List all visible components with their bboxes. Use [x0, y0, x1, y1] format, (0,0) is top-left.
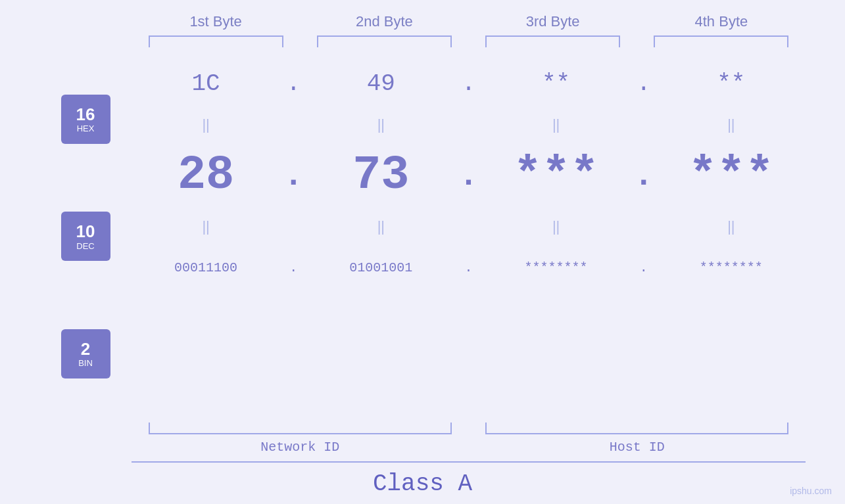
bin-badge: 2 BIN: [61, 329, 110, 378]
bin-byte3: ********: [482, 260, 631, 275]
eq2-byte3: ||: [482, 218, 631, 235]
byte-header-2: 2nd Byte: [300, 13, 468, 30]
host-id-label: Host ID: [610, 440, 665, 455]
hex-dot1: .: [280, 70, 306, 97]
dec-byte4: ***: [657, 149, 806, 202]
dec-byte3: ***: [482, 149, 631, 202]
hex-byte4: **: [657, 70, 806, 97]
dec-dot2: .: [456, 157, 482, 195]
eq1-byte2: ||: [306, 116, 455, 133]
bin-dot1: .: [280, 260, 306, 275]
class-bracket-line: [132, 461, 806, 463]
bin-byte1: 00011100: [132, 260, 280, 275]
byte-header-3: 3rd Byte: [469, 13, 637, 30]
hex-dot2: .: [456, 70, 482, 97]
network-id-label: Network ID: [260, 440, 339, 455]
network-id-section: Network ID: [132, 423, 469, 455]
dec-badge: 10 DEC: [61, 212, 110, 261]
bin-dot2: .: [456, 260, 482, 275]
class-label: Class A: [373, 470, 472, 497]
hex-byte3: **: [482, 70, 631, 97]
dec-byte1: 28: [132, 149, 280, 202]
bin-byte4: ********: [657, 260, 806, 275]
watermark: ipshu.com: [790, 486, 832, 496]
eq1-byte4: ||: [657, 116, 806, 133]
dec-byte2: 73: [306, 149, 455, 202]
hex-dot3: .: [631, 70, 657, 97]
bin-byte2: 01001001: [306, 260, 455, 275]
bin-dot3: .: [631, 260, 657, 275]
eq1-byte3: ||: [482, 116, 631, 133]
eq2-byte4: ||: [657, 218, 806, 235]
eq2-byte2: ||: [306, 218, 455, 235]
eq2-byte1: ||: [132, 218, 280, 235]
eq1-byte1: ||: [132, 116, 280, 133]
byte-header-4: 4th Byte: [637, 13, 806, 30]
dec-dot3: .: [631, 157, 657, 195]
dec-dot1: .: [280, 157, 306, 195]
host-id-section: Host ID: [469, 423, 806, 455]
hex-byte2: 49: [306, 70, 455, 97]
byte-header-1: 1st Byte: [132, 13, 300, 30]
hex-byte1: 1C: [132, 70, 280, 97]
hex-badge: 16 HEX: [61, 95, 110, 144]
